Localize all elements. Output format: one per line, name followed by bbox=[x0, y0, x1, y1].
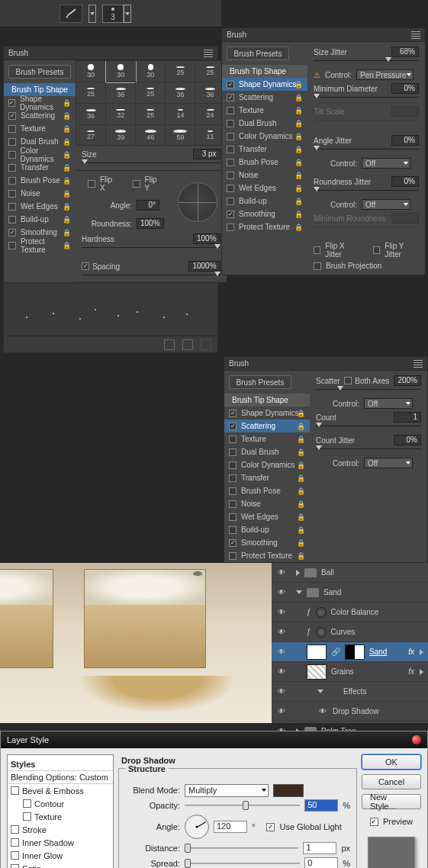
lock-icon[interactable]: 🔒 bbox=[297, 410, 305, 417]
lock-icon[interactable]: 🔒 bbox=[294, 198, 303, 205]
lock-icon[interactable]: 🔒 bbox=[297, 552, 305, 560]
option-checkbox[interactable] bbox=[227, 120, 234, 127]
brush-tip-cell[interactable]: 36 bbox=[166, 82, 195, 104]
roundness-jitter-slider[interactable] bbox=[314, 187, 419, 194]
size-slider[interactable] bbox=[82, 159, 220, 167]
brush-option-wet-edges[interactable]: Wet Edges🔒 bbox=[224, 510, 310, 523]
brush-presets-button[interactable]: Brush Presets bbox=[8, 65, 71, 79]
layer-row-curves[interactable]: 👁ƒCurves bbox=[272, 622, 428, 642]
brush-tip-shape-row[interactable]: Brush Tip Shape bbox=[222, 65, 307, 78]
brush-tip-cell[interactable]: 25 bbox=[136, 104, 166, 125]
option-checkbox[interactable] bbox=[229, 513, 237, 521]
angle-jitter-slider[interactable] bbox=[314, 146, 419, 153]
brush-tip-cell[interactable]: 30 bbox=[106, 61, 136, 82]
option-checkbox[interactable] bbox=[8, 125, 16, 133]
visibility-icon[interactable]: 👁 bbox=[276, 567, 287, 578]
spread-input[interactable]: 0 bbox=[304, 857, 338, 868]
visibility-icon[interactable]: 👁 bbox=[276, 587, 287, 598]
layer-row-drop-shadow[interactable]: 👁👁Drop Shadow bbox=[272, 702, 428, 722]
twirl-icon[interactable] bbox=[296, 590, 302, 594]
spacing-slider[interactable] bbox=[82, 272, 220, 279]
cancel-button[interactable]: Cancel bbox=[362, 774, 421, 789]
brush-tip-shape-row[interactable]: Brush Tip Shape bbox=[224, 394, 310, 407]
brush-option-color-dynamics[interactable]: Color Dynamics🔒 bbox=[224, 458, 310, 471]
brush-option-texture[interactable]: Texture🔒 bbox=[222, 104, 307, 117]
fx-twirl[interactable] bbox=[420, 669, 423, 675]
angle-input[interactable]: 120 bbox=[214, 821, 247, 833]
angle-jitter-value[interactable]: 0% bbox=[391, 135, 419, 146]
lock-icon[interactable]: 🔒 bbox=[297, 500, 305, 508]
styles-header[interactable]: Styles bbox=[8, 758, 113, 771]
brush-option-scattering[interactable]: Scattering🔒 bbox=[222, 91, 307, 104]
brush-tip-cell[interactable]: 30 bbox=[136, 61, 166, 82]
size-value[interactable]: 3 px bbox=[193, 149, 220, 159]
layer-name[interactable]: Ball bbox=[321, 568, 334, 577]
control-dropdown-pen[interactable]: Pen Pressure bbox=[356, 69, 414, 80]
brush-option-wet-edges[interactable]: Wet Edges🔒 bbox=[222, 182, 307, 194]
option-checkbox[interactable] bbox=[8, 177, 16, 185]
flipx-jitter-checkbox[interactable] bbox=[314, 246, 320, 254]
spacing-checkbox[interactable] bbox=[82, 262, 89, 270]
control-dropdown-off[interactable]: Off bbox=[364, 458, 413, 468]
lock-icon[interactable]: 🔒 bbox=[294, 94, 303, 101]
brush-option-shape-dynamics[interactable]: Shape Dynamics🔒 bbox=[222, 78, 307, 91]
lock-icon[interactable]: 🔒 bbox=[297, 513, 305, 521]
global-light-checkbox[interactable] bbox=[266, 823, 275, 831]
visibility-icon[interactable]: 👁 bbox=[276, 627, 287, 638]
count-slider[interactable] bbox=[316, 423, 421, 430]
option-checkbox[interactable] bbox=[8, 138, 16, 146]
lock-icon[interactable]: 🔒 bbox=[63, 203, 71, 211]
lock-icon[interactable]: 🔒 bbox=[294, 172, 303, 179]
option-checkbox[interactable] bbox=[8, 190, 16, 198]
lock-icon[interactable]: 🔒 bbox=[63, 177, 71, 185]
spacing-value[interactable]: 1000% bbox=[188, 261, 220, 272]
layer-name[interactable]: Sand bbox=[369, 648, 387, 656]
brush-option-color-dynamics[interactable]: Color Dynamics🔒 bbox=[4, 148, 76, 161]
brush-option-scattering[interactable]: Scattering🔒 bbox=[4, 109, 76, 122]
brush-option-shape-dynamics[interactable]: Shape Dynamics🔒 bbox=[224, 407, 310, 420]
brush-option-brush-pose[interactable]: Brush Pose🔒 bbox=[4, 174, 76, 187]
style-checkbox[interactable] bbox=[11, 825, 19, 834]
trash-icon[interactable] bbox=[201, 339, 211, 350]
option-checkbox[interactable] bbox=[229, 526, 237, 534]
min-diameter-slider[interactable] bbox=[314, 94, 419, 101]
new-style-button[interactable]: New Style... bbox=[362, 794, 421, 809]
opacity-input[interactable]: 50 bbox=[304, 799, 338, 812]
option-checkbox[interactable] bbox=[227, 107, 234, 114]
brush-tip-cell[interactable]: 25 bbox=[166, 61, 195, 82]
lock-icon[interactable]: 🔒 bbox=[294, 120, 303, 127]
option-checkbox[interactable] bbox=[229, 500, 237, 508]
roundness-value[interactable]: 100% bbox=[137, 218, 164, 229]
brush-option-dual-brush[interactable]: Dual Brush🔒 bbox=[222, 117, 307, 130]
brush-tip-cell[interactable]: 46 bbox=[136, 125, 166, 146]
brush-tip-grid[interactable]: 3030302525253625363636322514242739465911 bbox=[76, 60, 227, 146]
panel-menu-icon[interactable] bbox=[414, 360, 423, 368]
lock-icon[interactable]: 🔒 bbox=[294, 81, 303, 88]
option-checkbox[interactable] bbox=[227, 81, 234, 88]
option-checkbox[interactable] bbox=[229, 474, 237, 482]
flipx-checkbox[interactable] bbox=[88, 180, 95, 188]
angle-dial[interactable] bbox=[185, 815, 209, 839]
option-checkbox[interactable] bbox=[8, 216, 16, 223]
brush-option-build-up[interactable]: Build-up🔒 bbox=[222, 194, 307, 207]
roundness-jitter-value[interactable]: 0% bbox=[391, 176, 419, 187]
brush-option-texture[interactable]: Texture🔒 bbox=[224, 432, 310, 445]
lock-icon[interactable]: 🔒 bbox=[297, 526, 305, 534]
color-swatch[interactable] bbox=[273, 784, 304, 797]
option-checkbox[interactable] bbox=[227, 223, 234, 231]
style-checkbox[interactable] bbox=[23, 812, 31, 821]
option-checkbox[interactable] bbox=[8, 112, 16, 120]
style-item-stroke[interactable]: Stroke bbox=[8, 823, 113, 836]
panel-menu-icon[interactable] bbox=[411, 31, 420, 39]
lock-icon[interactable]: 🔒 bbox=[63, 112, 71, 120]
brush-option-texture[interactable]: Texture🔒 bbox=[4, 122, 76, 135]
option-checkbox[interactable] bbox=[8, 203, 16, 211]
brush-presets-button[interactable]: Brush Presets bbox=[227, 47, 289, 60]
scatter-value[interactable]: 200% bbox=[394, 375, 421, 386]
layer-row-ball[interactable]: 👁Ball bbox=[272, 563, 428, 583]
option-checkbox[interactable] bbox=[229, 448, 237, 456]
option-checkbox[interactable] bbox=[229, 461, 237, 469]
layer-row-grains[interactable]: 👁Grainsfx bbox=[272, 662, 428, 682]
option-checkbox[interactable] bbox=[227, 94, 234, 101]
brush-tip-cell[interactable]: 14 bbox=[166, 104, 195, 125]
